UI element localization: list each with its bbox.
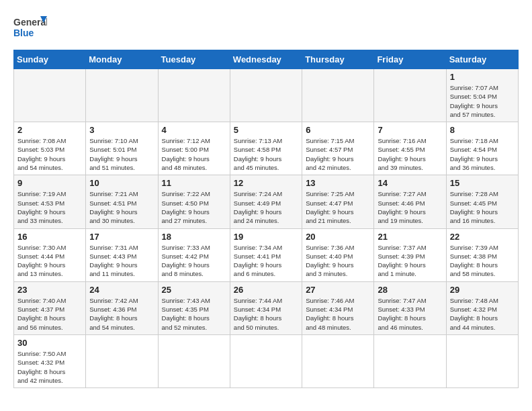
empty-cell xyxy=(230,69,302,122)
col-header-saturday: Saturday xyxy=(446,50,518,69)
col-header-sunday: Sunday xyxy=(14,50,86,69)
day-info: Sunrise: 7:25 AM Sunset: 4:47 PM Dayligh… xyxy=(306,189,370,225)
day-cell-23: 23Sunrise: 7:40 AM Sunset: 4:37 PM Dayli… xyxy=(14,281,86,334)
day-info: Sunrise: 7:13 AM Sunset: 4:58 PM Dayligh… xyxy=(234,136,298,172)
day-info: Sunrise: 7:48 AM Sunset: 4:32 PM Dayligh… xyxy=(450,296,515,332)
day-number: 25 xyxy=(162,285,226,295)
day-info: Sunrise: 7:10 AM Sunset: 5:01 PM Dayligh… xyxy=(89,136,154,172)
week-row-6: 30Sunrise: 7:50 AM Sunset: 4:32 PM Dayli… xyxy=(14,334,519,387)
day-info: Sunrise: 7:28 AM Sunset: 4:45 PM Dayligh… xyxy=(450,189,515,225)
day-number: 10 xyxy=(89,178,154,188)
day-number: 14 xyxy=(378,178,442,188)
day-info: Sunrise: 7:30 AM Sunset: 4:44 PM Dayligh… xyxy=(17,243,82,279)
day-cell-22: 22Sunrise: 7:39 AM Sunset: 4:38 PM Dayli… xyxy=(446,228,518,281)
day-number: 29 xyxy=(450,285,515,295)
day-cell-25: 25Sunrise: 7:43 AM Sunset: 4:35 PM Dayli… xyxy=(158,281,230,334)
day-number: 24 xyxy=(89,285,154,295)
empty-cell xyxy=(158,69,230,122)
empty-cell xyxy=(374,334,446,387)
calendar-header-row: SundayMondayTuesdayWednesdayThursdayFrid… xyxy=(14,50,519,69)
day-cell-26: 26Sunrise: 7:44 AM Sunset: 4:34 PM Dayli… xyxy=(230,281,302,334)
day-number: 12 xyxy=(234,178,298,188)
week-row-1: 1Sunrise: 7:07 AM Sunset: 5:04 PM Daylig… xyxy=(14,69,519,122)
day-number: 2 xyxy=(17,125,82,135)
col-header-thursday: Thursday xyxy=(302,50,374,69)
day-info: Sunrise: 7:24 AM Sunset: 4:49 PM Dayligh… xyxy=(234,189,298,225)
empty-cell xyxy=(86,69,158,122)
day-info: Sunrise: 7:18 AM Sunset: 4:54 PM Dayligh… xyxy=(450,136,515,172)
col-header-friday: Friday xyxy=(374,50,446,69)
week-row-2: 2Sunrise: 7:08 AM Sunset: 5:03 PM Daylig… xyxy=(14,122,519,175)
day-number: 18 xyxy=(162,232,226,242)
day-cell-8: 8Sunrise: 7:18 AM Sunset: 4:54 PM Daylig… xyxy=(446,122,518,175)
week-row-4: 16Sunrise: 7:30 AM Sunset: 4:44 PM Dayli… xyxy=(14,228,519,281)
week-row-3: 9Sunrise: 7:19 AM Sunset: 4:53 PM Daylig… xyxy=(14,175,519,228)
day-number: 19 xyxy=(234,232,298,242)
day-cell-9: 9Sunrise: 7:19 AM Sunset: 4:53 PM Daylig… xyxy=(14,175,86,228)
day-info: Sunrise: 7:27 AM Sunset: 4:46 PM Dayligh… xyxy=(378,189,442,225)
day-number: 8 xyxy=(450,125,515,135)
day-cell-17: 17Sunrise: 7:31 AM Sunset: 4:43 PM Dayli… xyxy=(86,228,158,281)
day-info: Sunrise: 7:22 AM Sunset: 4:50 PM Dayligh… xyxy=(162,189,226,225)
col-header-wednesday: Wednesday xyxy=(230,50,302,69)
day-cell-1: 1Sunrise: 7:07 AM Sunset: 5:04 PM Daylig… xyxy=(446,69,518,122)
day-cell-7: 7Sunrise: 7:16 AM Sunset: 4:55 PM Daylig… xyxy=(374,122,446,175)
day-cell-20: 20Sunrise: 7:36 AM Sunset: 4:40 PM Dayli… xyxy=(302,228,374,281)
day-info: Sunrise: 7:21 AM Sunset: 4:51 PM Dayligh… xyxy=(89,189,154,225)
day-cell-28: 28Sunrise: 7:47 AM Sunset: 4:33 PM Dayli… xyxy=(374,281,446,334)
empty-cell xyxy=(14,69,86,122)
empty-cell xyxy=(86,334,158,387)
day-number: 9 xyxy=(17,178,82,188)
day-number: 3 xyxy=(89,125,154,135)
day-cell-6: 6Sunrise: 7:15 AM Sunset: 4:57 PM Daylig… xyxy=(302,122,374,175)
page-header: General Blue xyxy=(13,13,519,43)
day-number: 5 xyxy=(234,125,298,135)
day-info: Sunrise: 7:36 AM Sunset: 4:40 PM Dayligh… xyxy=(306,243,370,279)
day-info: Sunrise: 7:39 AM Sunset: 4:38 PM Dayligh… xyxy=(450,243,515,279)
day-number: 27 xyxy=(306,285,370,295)
col-header-tuesday: Tuesday xyxy=(158,50,230,69)
day-cell-19: 19Sunrise: 7:34 AM Sunset: 4:41 PM Dayli… xyxy=(230,228,302,281)
day-cell-5: 5Sunrise: 7:13 AM Sunset: 4:58 PM Daylig… xyxy=(230,122,302,175)
day-cell-14: 14Sunrise: 7:27 AM Sunset: 4:46 PM Dayli… xyxy=(374,175,446,228)
day-number: 7 xyxy=(378,125,442,135)
day-number: 22 xyxy=(450,232,515,242)
day-number: 21 xyxy=(378,232,442,242)
day-info: Sunrise: 7:08 AM Sunset: 5:03 PM Dayligh… xyxy=(17,136,82,172)
day-number: 26 xyxy=(234,285,298,295)
day-info: Sunrise: 7:16 AM Sunset: 4:55 PM Dayligh… xyxy=(378,136,442,172)
day-info: Sunrise: 7:12 AM Sunset: 5:00 PM Dayligh… xyxy=(162,136,226,172)
day-cell-27: 27Sunrise: 7:46 AM Sunset: 4:34 PM Dayli… xyxy=(302,281,374,334)
day-cell-16: 16Sunrise: 7:30 AM Sunset: 4:44 PM Dayli… xyxy=(14,228,86,281)
day-number: 1 xyxy=(450,72,515,82)
day-number: 6 xyxy=(306,125,370,135)
day-cell-10: 10Sunrise: 7:21 AM Sunset: 4:51 PM Dayli… xyxy=(86,175,158,228)
day-info: Sunrise: 7:50 AM Sunset: 4:32 PM Dayligh… xyxy=(17,349,82,385)
day-cell-13: 13Sunrise: 7:25 AM Sunset: 4:47 PM Dayli… xyxy=(302,175,374,228)
day-number: 4 xyxy=(162,125,226,135)
empty-cell xyxy=(302,69,374,122)
day-info: Sunrise: 7:46 AM Sunset: 4:34 PM Dayligh… xyxy=(306,296,370,332)
empty-cell xyxy=(230,334,302,387)
svg-text:Blue: Blue xyxy=(13,28,34,38)
logo-svg: General Blue xyxy=(13,13,47,43)
day-info: Sunrise: 7:34 AM Sunset: 4:41 PM Dayligh… xyxy=(234,243,298,279)
calendar-table: SundayMondayTuesdayWednesdayThursdayFrid… xyxy=(13,50,519,388)
day-info: Sunrise: 7:43 AM Sunset: 4:35 PM Dayligh… xyxy=(162,296,226,332)
day-cell-2: 2Sunrise: 7:08 AM Sunset: 5:03 PM Daylig… xyxy=(14,122,86,175)
col-header-monday: Monday xyxy=(86,50,158,69)
empty-cell xyxy=(374,69,446,122)
day-number: 23 xyxy=(17,285,82,295)
day-cell-4: 4Sunrise: 7:12 AM Sunset: 5:00 PM Daylig… xyxy=(158,122,230,175)
day-info: Sunrise: 7:37 AM Sunset: 4:39 PM Dayligh… xyxy=(378,243,442,279)
day-cell-24: 24Sunrise: 7:42 AM Sunset: 4:36 PM Dayli… xyxy=(86,281,158,334)
day-info: Sunrise: 7:33 AM Sunset: 4:42 PM Dayligh… xyxy=(162,243,226,279)
day-cell-15: 15Sunrise: 7:28 AM Sunset: 4:45 PM Dayli… xyxy=(446,175,518,228)
logo: General Blue xyxy=(13,13,47,43)
day-cell-11: 11Sunrise: 7:22 AM Sunset: 4:50 PM Dayli… xyxy=(158,175,230,228)
day-info: Sunrise: 7:42 AM Sunset: 4:36 PM Dayligh… xyxy=(89,296,154,332)
day-info: Sunrise: 7:07 AM Sunset: 5:04 PM Dayligh… xyxy=(450,83,515,119)
day-number: 13 xyxy=(306,178,370,188)
day-cell-12: 12Sunrise: 7:24 AM Sunset: 4:49 PM Dayli… xyxy=(230,175,302,228)
day-number: 17 xyxy=(89,232,154,242)
